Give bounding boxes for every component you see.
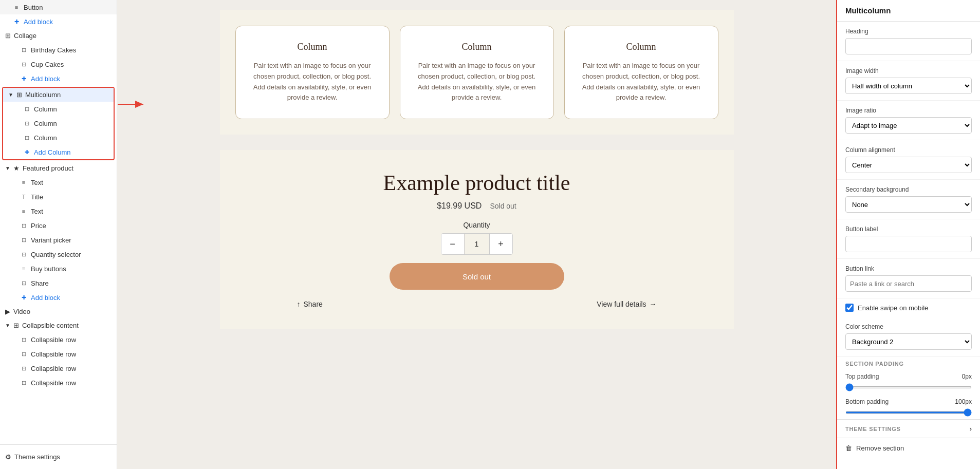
sidebar-group-label: Collage: [14, 32, 36, 40]
button-label-input[interactable]: [845, 236, 972, 252]
sidebar-item-label: Collapsible row: [31, 350, 76, 358]
sidebar-item-price[interactable]: ⊡ Price: [0, 218, 117, 233]
heading-label: Heading: [845, 28, 972, 35]
sidebar-item-button[interactable]: ≡ Button: [0, 0, 117, 14]
frame-icon: ⊡: [23, 134, 31, 142]
add-column-btn[interactable]: ✚ Add Column: [3, 145, 114, 159]
top-padding-slider-row: Top padding 0px: [837, 369, 980, 394]
column-card-3[interactable]: Column Pair text with an image to focus …: [564, 26, 718, 119]
panel-column-alignment-section: Column alignment Center: [837, 140, 980, 180]
share-icon: ↑: [297, 300, 301, 308]
sidebar-group-multicolumn[interactable]: ▼ ⊞ Multicolumn: [3, 88, 114, 102]
plus-icon: ✚: [23, 148, 31, 156]
sidebar-item-cup-cakes[interactable]: ⊡ Cup Cakes: [0, 57, 117, 71]
sidebar-item-text-1[interactable]: ≡ Text: [0, 175, 117, 190]
column-card-1[interactable]: Column Pair text with an image to focus …: [235, 26, 390, 119]
sidebar-item-collapsible-row-3[interactable]: ⊡ Collapsible row: [0, 361, 117, 376]
buy-icon: ≡: [20, 265, 28, 273]
sidebar-group-video[interactable]: ▶ Video: [0, 305, 117, 318]
button-icon: ≡: [12, 3, 21, 11]
sidebar-item-text-2[interactable]: ≡ Text: [0, 204, 117, 218]
image-ratio-select[interactable]: Adapt to image: [845, 117, 972, 134]
quantity-value: 1: [464, 234, 490, 254]
frame-icon: ⊡: [23, 119, 31, 127]
columns-icon: ⊞: [16, 91, 22, 99]
sidebar-item-label: Column: [34, 120, 57, 127]
add-block-collage[interactable]: ✚ Add block: [0, 71, 117, 86]
title-icon: T: [20, 193, 28, 201]
play-icon: ▶: [5, 308, 10, 315]
heading-input[interactable]: [845, 38, 972, 54]
sidebar-item-title[interactable]: T Title: [0, 190, 117, 204]
sidebar-group-collapsible[interactable]: ▼ ⊞ Collapsible content: [0, 318, 117, 332]
top-padding-value: 0px: [962, 373, 972, 380]
right-panel: Multicolumn Heading Image width Half wid…: [836, 0, 980, 469]
panel-image-ratio-section: Image ratio Adapt to image: [837, 101, 980, 140]
trash-icon: 🗑: [845, 444, 852, 452]
image-ratio-label: Image ratio: [845, 107, 972, 114]
sidebar-item-column-2[interactable]: ⊡ Column: [3, 116, 114, 130]
sidebar-item-buy-buttons[interactable]: ≡ Buy buttons: [0, 261, 117, 276]
multicolumn-group: ▼ ⊞ Multicolumn ⊡ Column ⊡ Column ⊡ Colu…: [2, 87, 115, 160]
button-link-input[interactable]: [845, 275, 972, 292]
enable-swipe-label: Enable swipe on mobile: [858, 304, 928, 312]
sidebar-item-label: Share: [31, 279, 49, 287]
sidebar-item-label: Variant picker: [31, 236, 71, 244]
theme-settings-row[interactable]: THEME SETTINGS ›: [837, 419, 980, 438]
add-block-1[interactable]: ✚ Add block: [0, 14, 117, 29]
color-scheme-label: Color scheme: [845, 323, 972, 330]
sidebar-footer: ⚙ Theme settings: [0, 444, 117, 469]
chevron-right-icon: ›: [970, 425, 972, 433]
column-alignment-label: Column alignment: [845, 146, 972, 154]
multicolumn-preview: Column Pair text with an image to focus …: [220, 10, 734, 135]
sidebar-item-collapsible-row-1[interactable]: ⊡ Collapsible row: [0, 332, 117, 347]
frame-icon: ⊡: [20, 236, 28, 244]
share-button[interactable]: ↑ Share: [297, 300, 323, 308]
sidebar-item-label: Collapsible row: [31, 379, 76, 387]
sidebar-group-collage[interactable]: ⊞ Collage: [0, 29, 117, 43]
text-icon: ≡: [20, 178, 28, 186]
image-width-label: Image width: [845, 67, 972, 74]
remove-section-btn[interactable]: 🗑 Remove section: [837, 438, 980, 458]
sidebar-item-quantity-selector[interactable]: ⊡ Quantity selector: [0, 247, 117, 261]
panel-image-width-section: Image width Half width of column: [837, 61, 980, 101]
chevron-down-icon: ▼: [5, 165, 10, 171]
sidebar-item-column-3[interactable]: ⊡ Column: [3, 130, 114, 145]
sidebar-item-variant-picker[interactable]: ⊡ Variant picker: [0, 233, 117, 247]
sold-out-button[interactable]: Sold out: [390, 263, 564, 290]
view-details-button[interactable]: View full details →: [597, 300, 656, 308]
column-card-2[interactable]: Column Pair text with an image to focus …: [400, 26, 554, 119]
frame-icon: ⊡: [23, 105, 31, 113]
image-width-select[interactable]: Half width of column: [845, 78, 972, 94]
sidebar-item-collapsible-row-4[interactable]: ⊡ Collapsible row: [0, 376, 117, 390]
theme-settings-btn[interactable]: ⚙ Theme settings: [5, 450, 112, 464]
chevron-down-icon: ▼: [8, 92, 13, 98]
bottom-padding-slider[interactable]: [845, 411, 972, 414]
color-scheme-select[interactable]: Background 2: [845, 333, 972, 350]
sidebar-item-collapsible-row-2[interactable]: ⊡ Collapsible row: [0, 347, 117, 361]
panel-button-label-section: Button label: [837, 219, 980, 259]
frame-icon: ⊡: [20, 379, 28, 387]
grid-icon: ⊞: [13, 322, 19, 329]
column-body-1: Pair text with an image to focus on your…: [248, 61, 377, 103]
frame-icon: ⊡: [20, 250, 28, 258]
top-padding-slider[interactable]: [845, 386, 972, 388]
frame-icon: ⊡: [20, 221, 28, 230]
column-body-3: Pair text with an image to focus on your…: [577, 61, 706, 103]
column-alignment-select[interactable]: Center: [845, 157, 972, 173]
enable-swipe-checkbox[interactable]: [845, 304, 854, 312]
star-icon: ★: [13, 164, 20, 172]
frame-icon: ⊡: [20, 335, 28, 344]
quantity-increase-btn[interactable]: +: [490, 234, 512, 254]
add-column-label: Add Column: [34, 148, 71, 156]
plus-icon: ✚: [12, 17, 21, 26]
quantity-decrease-btn[interactable]: −: [441, 234, 464, 254]
secondary-bg-select[interactable]: None: [845, 196, 972, 213]
sidebar-item-share[interactable]: ⊡ Share: [0, 276, 117, 290]
plus-icon: ✚: [20, 74, 28, 83]
sidebar-item-label: Column: [34, 134, 57, 142]
sidebar-item-birthday-cakes[interactable]: ⊡ Birthday Cakes: [0, 43, 117, 57]
sidebar-group-featured-product[interactable]: ▼ ★ Featured product: [0, 161, 117, 175]
add-block-featured[interactable]: ✚ Add block: [0, 290, 117, 305]
sidebar-item-column-1[interactable]: ⊡ Column: [3, 102, 114, 116]
